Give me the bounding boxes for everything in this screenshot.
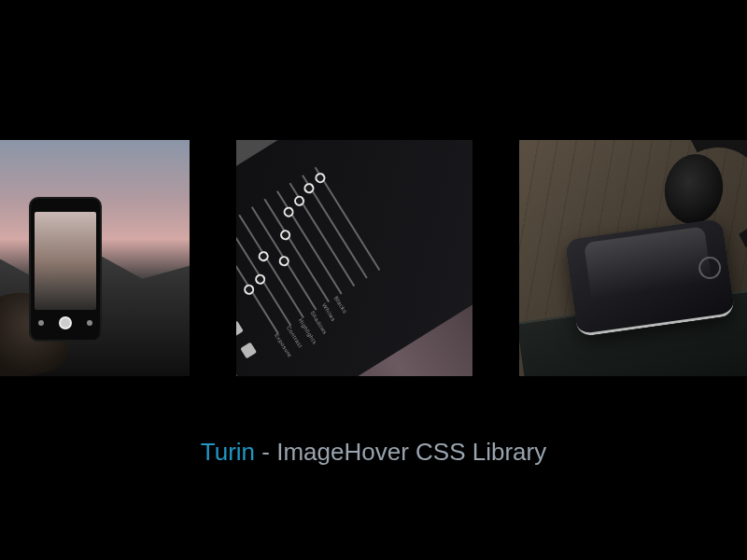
slider-track bbox=[289, 183, 356, 287]
slider-knob-icon bbox=[253, 273, 267, 287]
control-dot bbox=[87, 320, 92, 326]
slider-track bbox=[238, 215, 304, 318]
slider-knob-icon bbox=[303, 181, 317, 195]
thumbnail-tablet-editor[interactable]: Exposure Contrast Highlights Shadows Whi… bbox=[236, 140, 472, 376]
slider-track bbox=[302, 175, 368, 278]
slider-knob-icon bbox=[277, 254, 291, 268]
slider-knob-icon bbox=[242, 282, 256, 296]
tool-icon bbox=[240, 343, 257, 359]
slider-track bbox=[315, 167, 381, 271]
slider-track bbox=[263, 199, 330, 302]
slider-track bbox=[276, 190, 343, 294]
slider-knob-icon bbox=[281, 204, 295, 218]
thumbnail-phone-camera[interactable] bbox=[0, 140, 190, 376]
slider-group bbox=[236, 140, 472, 334]
slider-knob-icon bbox=[313, 171, 327, 185]
gallery-caption: Turin - ImageHover CSS Library bbox=[0, 438, 747, 467]
control-dot bbox=[38, 320, 44, 326]
caption-text: ImageHover CSS Library bbox=[276, 438, 546, 466]
phone-device bbox=[29, 197, 102, 342]
camera-controls bbox=[31, 314, 100, 332]
slider-knob-icon bbox=[256, 249, 270, 263]
slider-knob-icon bbox=[278, 228, 292, 242]
caption-separator: - bbox=[255, 438, 276, 466]
slider-knob-icon bbox=[292, 193, 306, 207]
shutter-button-icon bbox=[59, 316, 72, 329]
phone-viewfinder bbox=[35, 212, 96, 310]
tool-icon bbox=[236, 321, 244, 338]
thumbnail-phone-headphones[interactable] bbox=[519, 140, 747, 376]
image-gallery: Exposure Contrast Highlights Shadows Whi… bbox=[0, 140, 747, 376]
brand-name: Turin bbox=[201, 438, 255, 466]
tablet-device: Exposure Contrast Highlights Shadows Whi… bbox=[236, 140, 472, 376]
